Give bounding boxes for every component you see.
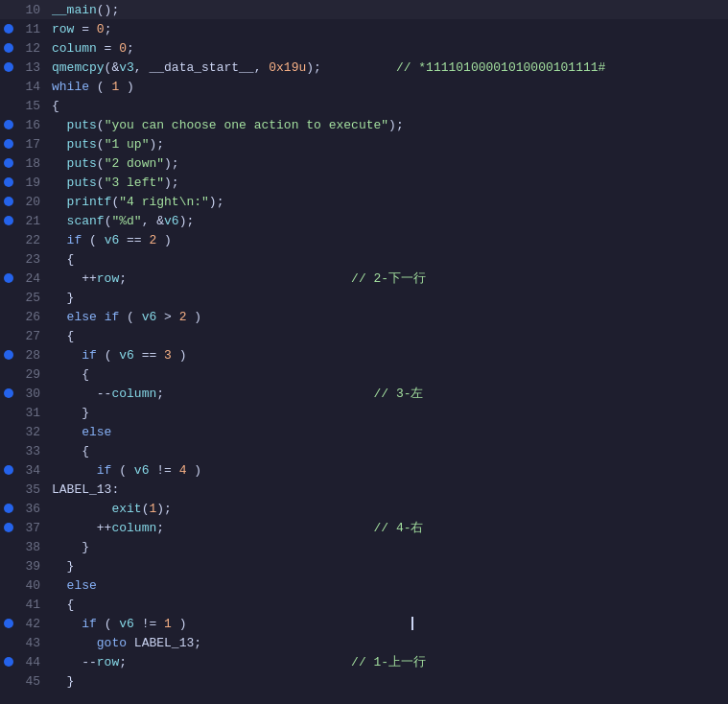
breakpoint-col[interactable] [0,523,17,532]
line-number: 34 [17,463,48,478]
token-plain: , __data_start__, [134,60,269,75]
line-code: } [48,674,728,689]
line-number: 28 [17,348,48,363]
breakpoint-col[interactable] [0,388,17,398]
token-kw: if [105,310,120,324]
token-var: column [111,387,156,401]
token-plain [52,425,82,439]
token-num: 0 [119,41,127,56]
token-plain: ++ [52,271,97,286]
token-plain: ); [306,60,321,75]
line-number: 36 [17,502,48,516]
token-var: column [111,521,156,535]
token-var: v6 [134,463,150,478]
breakpoint-col[interactable] [0,139,17,149]
token-var: v6 [119,617,134,631]
token-plain: ; [105,22,112,36]
token-plain [52,463,97,478]
breakpoint-col[interactable] [0,177,17,187]
token-plain: ); [156,502,172,516]
breakpoint-col[interactable] [0,158,17,168]
line-number: 30 [17,387,48,401]
line-number: 32 [17,425,48,439]
token-plain [52,502,111,516]
token-plain [127,655,351,669]
token-fn: __main [52,3,97,17]
line-code: else [48,578,728,593]
token-plain: ( [97,137,105,152]
line-code: printf("4 right\n:"); [48,195,728,209]
line-code: } [48,291,728,305]
line-number: 22 [17,233,48,247]
line-code: { [48,444,728,458]
token-fn: qmemcpy [52,60,105,75]
token-plain: == [134,348,164,363]
line-number: 16 [17,118,48,132]
breakpoint-col[interactable] [0,504,17,513]
code-line: 14while ( 1 ) [0,77,728,96]
token-fn: scanf [67,214,105,228]
breakpoint-col[interactable] [0,216,17,225]
token-plain: { [52,444,89,458]
line-code: else [48,425,728,439]
line-code: { [48,99,728,113]
line-number: 25 [17,291,48,305]
token-plain [52,310,67,324]
breakpoint-col[interactable] [0,657,17,667]
breakpoint-col[interactable] [0,120,17,129]
line-code: qmemcpy(&v3, __data_start__, 0x19u); // … [48,60,728,75]
token-plain: ); [149,137,164,152]
line-code: else if ( v6 > 2 ) [48,310,728,324]
line-number: 13 [17,60,48,75]
line-number: 10 [17,3,48,17]
line-code: --column; // 3-左 [48,385,728,402]
code-line: 29 { [0,364,728,384]
token-plain: ) [172,617,187,631]
token-plain: ) [119,80,134,94]
code-line: 18 puts("2 down"); [0,153,728,173]
code-line: 36 exit(1); [0,499,728,518]
token-comment: // 2-下一行 [351,271,426,286]
token-plain [52,195,67,209]
breakpoint-col[interactable] [0,350,17,360]
token-plain [127,636,134,650]
token-num: 1 [164,617,172,631]
token-num: 0 [97,22,105,36]
token-comment: // 4-右 [373,521,423,535]
token-plain: ; [119,655,127,669]
token-str: "%d" [111,214,141,228]
line-code: puts("2 down"); [48,156,728,171]
breakpoint-col[interactable] [0,465,17,475]
token-plain: ; [156,521,164,535]
code-line: 38 } [0,537,728,556]
breakpoint-col[interactable] [0,273,17,283]
token-plain: = [97,41,119,56]
token-kw: if [82,348,97,363]
token-var: v3 [119,60,134,75]
line-code: { [48,598,728,612]
token-label: LABEL_13: [52,482,119,497]
token-plain: -- [52,387,111,401]
breakpoint-col[interactable] [0,24,17,34]
token-plain: { [52,367,89,382]
token-kw: goto [97,636,127,650]
line-code: scanf("%d", &v6); [48,214,728,228]
line-number: 23 [17,252,48,267]
token-var: column [52,41,97,56]
token-plain: ( [97,156,105,171]
breakpoint-col[interactable] [0,62,17,72]
code-line: 44 --row; // 1-上一行 [0,652,728,671]
breakpoint-col[interactable] [0,197,17,206]
token-comment: // *11110100001010000101111# [396,60,605,75]
token-str: "3 left" [105,176,164,190]
token-plain [52,214,67,228]
line-number: 45 [17,674,48,689]
line-code: { [48,367,728,382]
breakpoint-col[interactable] [0,43,17,53]
token-plain: -- [52,655,97,669]
breakpoint-col[interactable] [0,619,17,628]
token-fn: exit [111,502,141,516]
code-line: 21 scanf("%d", &v6); [0,211,728,230]
line-code: } [48,559,728,574]
token-plain: ; [194,636,201,650]
